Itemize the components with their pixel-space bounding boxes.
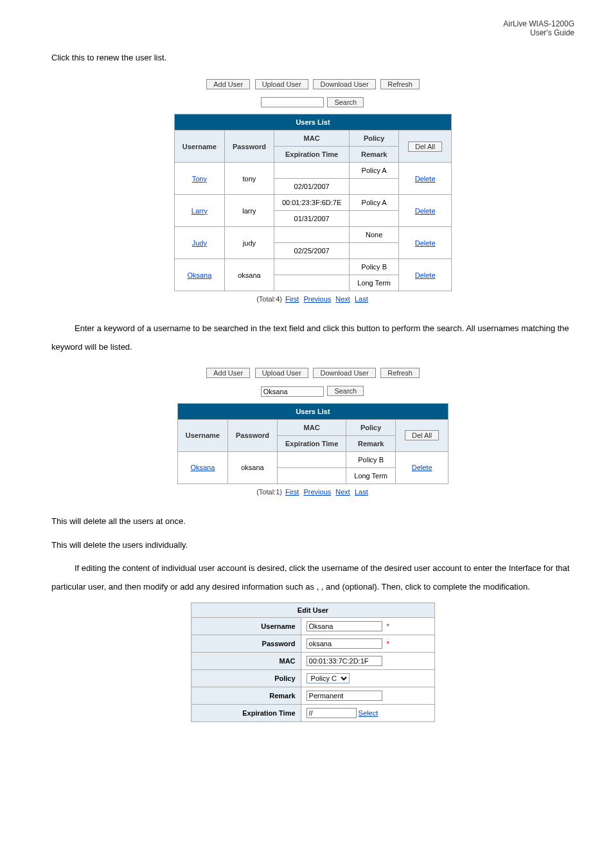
label-policy: Policy	[191, 670, 301, 687]
col-exp: Expiration Time	[274, 147, 349, 163]
edit-password-input[interactable]	[306, 638, 382, 649]
col-remark: Remark	[346, 435, 396, 451]
delete-link[interactable]: Delete	[415, 175, 436, 183]
users-panel-2: Add User Upload User Download User Refre…	[177, 363, 449, 500]
password-cell: judy	[224, 227, 274, 259]
username-link[interactable]: Judy	[192, 239, 207, 247]
pager-2: (Total:1) First Previous Next Last	[177, 484, 449, 500]
first-link[interactable]: First	[285, 295, 299, 303]
next-link[interactable]: Next	[335, 295, 350, 303]
label-password: Password	[191, 635, 301, 653]
required-icon: *	[387, 622, 389, 630]
username-link[interactable]: Oksana	[190, 464, 215, 471]
label-mac: MAC	[191, 653, 301, 670]
policy-cell: Policy A	[350, 163, 399, 179]
toolbar-1: Add User Upload User Download User Refre…	[174, 74, 452, 93]
delete-link[interactable]: Delete	[415, 239, 436, 247]
download-user-button[interactable]: Download User	[313, 368, 375, 378]
col-username: Username	[177, 419, 227, 451]
delete-link[interactable]: Delete	[412, 464, 432, 471]
toolbar-2: Add User Upload User Download User Refre…	[177, 363, 449, 382]
table-row: Oksana oksana Policy B Delete	[177, 451, 448, 467]
refresh-button[interactable]: Refresh	[380, 79, 420, 89]
edit-policy-select[interactable]: Policy C	[306, 673, 350, 683]
username-link[interactable]: Tony	[192, 175, 207, 183]
label-remark: Remark	[191, 687, 301, 705]
delete-all-button[interactable]: Del All	[408, 141, 442, 152]
password-cell: tony	[224, 163, 274, 195]
search-input-2[interactable]	[261, 386, 324, 397]
total-label: (Total:1)	[256, 488, 282, 496]
exp-cell	[274, 275, 349, 291]
mac-cell	[274, 227, 349, 243]
table-row: Judy judy None Delete	[174, 227, 451, 243]
edit-remark-input[interactable]	[306, 691, 382, 701]
users-panel-1: Add User Upload User Download User Refre…	[174, 74, 452, 307]
pager-1: (Total:4) First Previous Next Last	[174, 291, 452, 307]
col-exp: Expiration Time	[277, 435, 346, 451]
col-password: Password	[227, 419, 277, 451]
policy-cell: Policy B	[346, 451, 396, 467]
table-row: Tony tony Policy A Delete	[174, 163, 451, 179]
remark-cell	[350, 179, 399, 195]
edit-username-input[interactable]	[306, 621, 382, 631]
remark-cell: Long Term	[346, 467, 396, 484]
download-user-button[interactable]: Download User	[313, 79, 375, 89]
add-user-button[interactable]: Add User	[206, 368, 250, 378]
search-button-2[interactable]: Search	[327, 386, 364, 396]
users-table-1: Users List Username Password MAC Policy …	[174, 114, 452, 291]
mac-cell	[277, 451, 346, 467]
remark-cell: Long Term	[350, 275, 399, 291]
last-link[interactable]: Last	[355, 295, 368, 303]
remark-cell	[350, 243, 399, 259]
username-link[interactable]: Oksana	[187, 271, 211, 279]
exp-cell: 02/01/2007	[274, 179, 349, 195]
col-policy: Policy	[346, 419, 396, 435]
mac-cell	[274, 259, 349, 275]
policy-cell: Policy B	[350, 259, 399, 275]
policy-cell: Policy A	[350, 195, 399, 211]
table-row: Larry larry 00:01:23:3F:6D:7E Policy A D…	[174, 195, 451, 211]
add-user-button[interactable]: Add User	[206, 79, 250, 89]
delete-all-button[interactable]: Del All	[405, 430, 439, 440]
upload-user-button[interactable]: Upload User	[255, 79, 308, 89]
mac-cell: 00:01:23:3F:6D:7E	[274, 195, 349, 211]
edit-user-form: Edit User Username * Password * MAC	[191, 602, 435, 722]
label-username: Username	[191, 618, 301, 635]
search-input-1[interactable]	[261, 97, 324, 107]
exp-cell: 02/25/2007	[274, 243, 349, 259]
refresh-button[interactable]: Refresh	[380, 368, 420, 378]
prev-link[interactable]: Previous	[303, 488, 331, 496]
password-cell: larry	[224, 195, 274, 227]
prev-link[interactable]: Previous	[303, 295, 331, 303]
intro-text-2: Enter a keyword of a username to be sear…	[51, 320, 574, 356]
exp-cell	[277, 467, 346, 484]
col-actions: Del All	[396, 419, 449, 451]
total-label: (Total:4)	[256, 295, 282, 303]
col-actions: Del All	[399, 131, 452, 163]
edit-instructions: If editing the content of individual use…	[51, 559, 574, 596]
product-name: AirLive WIAS-1200G	[503, 19, 574, 28]
password-cell: oksana	[227, 451, 277, 484]
last-link[interactable]: Last	[355, 488, 368, 496]
first-link[interactable]: First	[285, 488, 299, 496]
next-link[interactable]: Next	[335, 488, 350, 496]
edit-exp-input[interactable]	[306, 708, 357, 718]
upload-user-button[interactable]: Upload User	[255, 368, 308, 378]
remark-cell	[350, 211, 399, 227]
policy-cell: None	[350, 227, 399, 243]
mac-cell	[274, 163, 349, 179]
col-policy: Policy	[350, 131, 399, 147]
edit-user-title: Edit User	[191, 603, 435, 618]
delete-link[interactable]: Delete	[415, 207, 436, 215]
edit-mac-input[interactable]	[306, 656, 382, 666]
doc-title: User's Guide	[530, 28, 574, 37]
search-button-1[interactable]: Search	[327, 97, 364, 107]
username-link[interactable]: Larry	[191, 207, 208, 215]
users-list-title: Users List	[177, 403, 448, 419]
table-row: Oksana oksana Policy B Delete	[174, 259, 451, 275]
intro-text-1: Click this to renew the user list.	[51, 49, 574, 68]
exp-cell: 01/31/2007	[274, 211, 349, 227]
select-date-link[interactable]: Select	[359, 709, 378, 717]
delete-link[interactable]: Delete	[415, 271, 436, 279]
